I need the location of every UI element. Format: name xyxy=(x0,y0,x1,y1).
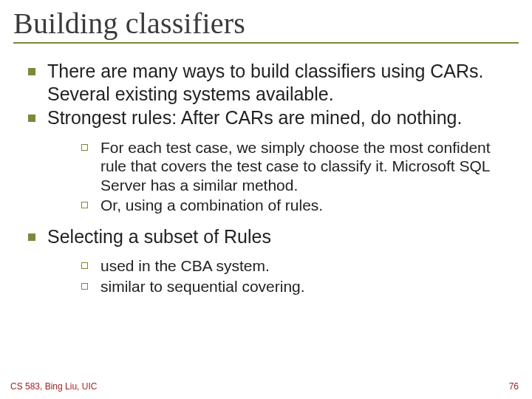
bullet-list-level1: There are many ways to build classifiers… xyxy=(18,60,514,296)
list-item: similar to sequential covering. xyxy=(47,277,514,296)
outline-square-bullet-icon xyxy=(81,262,88,269)
square-bullet-icon xyxy=(28,68,35,75)
footer-course-info: CS 583, Bing Liu, UIC xyxy=(10,381,97,392)
bullet-text: similar to sequential covering. xyxy=(100,278,305,295)
bullet-list-level2: For each test case, we simply choose the… xyxy=(47,138,514,215)
list-item: used in the CBA system. xyxy=(47,256,514,276)
bullet-text: used in the CBA system. xyxy=(100,257,270,274)
bullet-text: There are many ways to build classifiers… xyxy=(47,61,484,104)
outline-square-bullet-icon xyxy=(81,283,88,290)
title-container: Building classifiers xyxy=(13,6,519,44)
list-item: Strongest rules: After CARs are mined, d… xyxy=(18,106,514,215)
page-number: 76 xyxy=(509,381,519,392)
square-bullet-icon xyxy=(28,115,35,122)
bullet-list-level2: used in the CBA system. similar to seque… xyxy=(47,256,514,296)
list-item: There are many ways to build classifiers… xyxy=(18,60,514,105)
square-bullet-icon xyxy=(28,233,35,241)
bullet-text: Strongest rules: After CARs are mined, d… xyxy=(47,107,462,128)
outline-square-bullet-icon xyxy=(81,202,88,208)
list-item: Or, using a combination of rules. xyxy=(47,196,514,215)
outline-square-bullet-icon xyxy=(81,144,88,151)
slide-title: Building classifiers xyxy=(13,6,519,41)
list-item: Selecting a subset of Rules used in the … xyxy=(18,225,514,296)
bullet-text: Or, using a combination of rules. xyxy=(100,197,323,214)
slide-content: There are many ways to build classifiers… xyxy=(13,60,519,296)
list-item: For each test case, we simply choose the… xyxy=(47,138,514,195)
slide: Building classifiers There are many ways… xyxy=(0,0,532,399)
bullet-text: For each test case, we simply choose the… xyxy=(100,139,491,194)
bullet-text: Selecting a subset of Rules xyxy=(47,226,271,247)
